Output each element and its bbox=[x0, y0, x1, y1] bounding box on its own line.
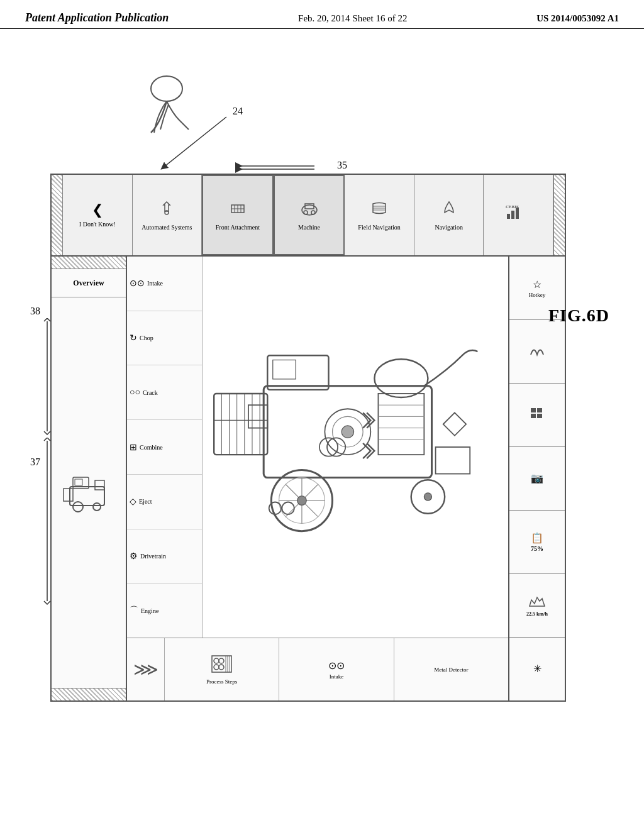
right-item-percent[interactable]: 📋 75% bbox=[509, 511, 565, 574]
settings-icon: ✳ bbox=[533, 663, 541, 675]
intake-process-icon: ⊙⊙ bbox=[328, 660, 345, 672]
signal-icon bbox=[528, 342, 547, 360]
menu-combine-label: Combine bbox=[140, 444, 163, 451]
hatch-border-right bbox=[553, 175, 565, 255]
combine-icon: ⊞ bbox=[130, 442, 137, 453]
svg-point-58 bbox=[269, 502, 281, 514]
right-item-camera[interactable]: 📷 bbox=[509, 447, 565, 511]
field-navigation-icon bbox=[370, 199, 389, 221]
process-steps-bar: ⋙ bbox=[127, 638, 508, 700]
top-navigation-bar: ❮ I Don't Know! Automated Systems bbox=[52, 175, 565, 257]
svg-rect-74 bbox=[537, 414, 542, 418]
nav-item-machine[interactable]: Machine bbox=[274, 175, 345, 255]
camera-icon: 📷 bbox=[531, 472, 543, 484]
svg-rect-26 bbox=[64, 489, 73, 501]
center-content: ⊙⊙ Intake ↻ Chop ○○ Crack ⊞ bbox=[127, 257, 508, 700]
svg-rect-30 bbox=[273, 360, 296, 379]
svg-point-55 bbox=[297, 496, 307, 506]
figure-label: FIG.6D bbox=[548, 306, 609, 326]
svg-text:CEBIS: CEBIS bbox=[506, 204, 519, 209]
right-item-grid[interactable] bbox=[509, 384, 565, 447]
svg-point-59 bbox=[282, 502, 294, 514]
process-item-metal-detector[interactable]: Metal Detector bbox=[394, 638, 508, 700]
hotkey-icon: ☆ bbox=[533, 279, 541, 290]
nav-dont-know-label: I Don't Know! bbox=[79, 221, 116, 228]
grid-icon bbox=[530, 407, 545, 422]
hatch-border-left bbox=[52, 175, 63, 255]
overview-label: Overview bbox=[73, 279, 104, 288]
page-header: Patent Application Publication Feb. 20, … bbox=[0, 0, 644, 29]
front-attachment-icon bbox=[228, 199, 247, 221]
engine-icon: ⌒ bbox=[130, 605, 138, 616]
ref-35: 35 bbox=[337, 160, 347, 171]
speed-icon bbox=[528, 595, 546, 610]
overview-machine-icon bbox=[52, 297, 126, 688]
ref-38: 38 bbox=[30, 306, 40, 317]
process-item-intake[interactable]: ⊙⊙ Intake bbox=[279, 638, 394, 700]
hotkey-label: Hotkey bbox=[529, 292, 546, 298]
svg-point-34 bbox=[341, 426, 353, 438]
svg-point-61 bbox=[319, 438, 338, 456]
svg-rect-35 bbox=[214, 394, 267, 455]
svg-rect-71 bbox=[531, 408, 536, 412]
nav-front-attachment-label: Front Attachment bbox=[216, 224, 260, 231]
menu-drivetrain-label: Drivetrain bbox=[140, 553, 166, 560]
overview-label-container: Overview bbox=[52, 269, 126, 297]
svg-rect-44 bbox=[378, 394, 424, 455]
left-sidebar-overview: Overview bbox=[52, 257, 127, 700]
crack-icon: ○○ bbox=[130, 387, 140, 397]
nav-item-dont-know[interactable]: ❮ I Don't Know! bbox=[63, 175, 133, 255]
svg-point-13 bbox=[311, 211, 315, 214]
nav-item-automated-systems[interactable]: Automated Systems bbox=[133, 175, 203, 255]
svg-rect-18 bbox=[511, 211, 514, 219]
percent-label: 75% bbox=[531, 545, 543, 552]
svg-point-57 bbox=[424, 493, 431, 501]
menu-item-intake[interactable]: ⊙⊙ Intake bbox=[127, 257, 202, 311]
menu-item-combine[interactable]: ⊞ Combine bbox=[127, 420, 202, 475]
svg-point-65 bbox=[219, 658, 224, 663]
svg-rect-72 bbox=[537, 408, 542, 412]
middle-section: Overview bbox=[52, 257, 565, 700]
automated-systems-icon bbox=[157, 199, 176, 221]
machine-detail-diagram bbox=[203, 257, 508, 638]
svg-point-24 bbox=[73, 502, 83, 512]
svg-line-1 bbox=[164, 117, 226, 167]
process-steps-label: Process Steps bbox=[206, 678, 237, 685]
svg-point-67 bbox=[219, 665, 224, 670]
speed-label: 22.5 km/h bbox=[526, 611, 548, 617]
menu-item-drivetrain[interactable]: ⚙ Drivetrain bbox=[127, 529, 202, 584]
svg-point-62 bbox=[327, 438, 345, 456]
nav-field-navigation-label: Field Navigation bbox=[358, 224, 401, 231]
percent-icon: 📋 bbox=[531, 532, 543, 544]
eject-icon: ◇ bbox=[130, 496, 136, 507]
svg-point-0 bbox=[151, 76, 182, 101]
svg-point-66 bbox=[214, 665, 219, 670]
intake-icon: ⊙⊙ bbox=[130, 278, 145, 289]
menu-item-crack[interactable]: ○○ Crack bbox=[127, 365, 202, 420]
nav-item-cebis[interactable]: CEBIS bbox=[484, 175, 553, 255]
svg-rect-27 bbox=[95, 480, 104, 490]
process-item-steps[interactable]: Process Steps bbox=[165, 638, 279, 700]
menu-eject-label: Eject bbox=[139, 498, 152, 505]
right-item-speed[interactable]: 22.5 km/h bbox=[509, 574, 565, 638]
right-item-settings[interactable]: ✳ bbox=[509, 638, 565, 700]
menu-item-eject[interactable]: ◇ Eject bbox=[127, 475, 202, 529]
svg-point-12 bbox=[304, 211, 308, 214]
navigation-icon bbox=[440, 199, 458, 221]
nav-item-field-navigation[interactable]: Field Navigation bbox=[345, 175, 414, 255]
menu-crack-label: Crack bbox=[143, 389, 158, 396]
nav-item-navigation[interactable]: Navigation bbox=[414, 175, 484, 255]
menu-engine-label: Engine bbox=[141, 607, 158, 614]
svg-rect-11 bbox=[305, 204, 314, 209]
svg-point-64 bbox=[214, 658, 219, 663]
right-item-signal[interactable] bbox=[509, 320, 565, 384]
main-content: 24 35 38 37 10 ❮ bbox=[0, 29, 644, 821]
main-diagram: ❮ I Don't Know! Automated Systems bbox=[50, 174, 566, 702]
menu-item-engine[interactable]: ⌒ Engine bbox=[127, 584, 202, 638]
dont-know-icon: ❮ bbox=[92, 202, 103, 218]
nav-machine-label: Machine bbox=[298, 224, 320, 231]
nav-item-front-attachment[interactable]: Front Attachment bbox=[202, 175, 274, 255]
menu-item-chop[interactable]: ↻ Chop bbox=[127, 311, 202, 366]
double-chevron-icon: ⋙ bbox=[127, 638, 165, 700]
header-date-sheet: Feb. 20, 2014 Sheet 16 of 22 bbox=[298, 13, 407, 24]
